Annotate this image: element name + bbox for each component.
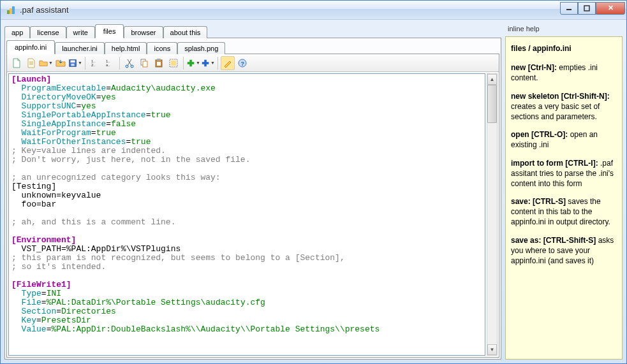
help-title: files / appinfo.ini bbox=[511, 43, 617, 54]
svg-point-13 bbox=[131, 65, 133, 68]
format2-button[interactable]: 1..a.. bbox=[103, 56, 117, 70]
svg-rect-20 bbox=[171, 61, 176, 66]
import-button[interactable] bbox=[54, 56, 68, 70]
main-tab-license[interactable]: license bbox=[30, 26, 66, 38]
app-icon bbox=[6, 5, 16, 15]
help-header: inline help bbox=[505, 24, 623, 36]
help-item: import to form [CTRL-I]: .paf assitant t… bbox=[511, 158, 617, 189]
file-tab-help-html[interactable]: help.html bbox=[105, 42, 147, 54]
main-tab-browser[interactable]: browser bbox=[124, 26, 163, 38]
svg-text:2..: 2.. bbox=[91, 63, 96, 67]
main-tab-content: appinfo.inilauncher.inihelp.htmliconsspl… bbox=[4, 38, 501, 360]
svg-rect-7 bbox=[71, 63, 74, 66]
paste-button[interactable] bbox=[152, 56, 166, 70]
app-window: .paf assistant ✕ applicensewritefilesbro… bbox=[0, 0, 627, 364]
main-tabs: applicensewritefilesbrowserabout this bbox=[4, 24, 501, 38]
new-file-button[interactable] bbox=[10, 56, 24, 70]
help-item: save as: [CTRL-Shift-S] asks you where t… bbox=[511, 235, 617, 266]
svg-rect-6 bbox=[71, 60, 75, 62]
help-panel: inline help files / appinfo.ini new [Ctr… bbox=[505, 24, 623, 360]
add-blue-button[interactable]: ▼ bbox=[201, 56, 215, 70]
svg-rect-4 bbox=[584, 6, 589, 11]
editor-wrap: [Launch] ProgramExecutable=Audacity\auda… bbox=[7, 72, 499, 357]
scroll-thumb[interactable] bbox=[487, 85, 497, 123]
scroll-track[interactable] bbox=[487, 85, 497, 344]
help-item: save: [CTRL-S] saves the content in this… bbox=[511, 196, 617, 228]
svg-rect-3 bbox=[566, 9, 572, 10]
help-button[interactable]: ? bbox=[235, 56, 249, 70]
content-area: applicensewritefilesbrowserabout this ap… bbox=[1, 20, 626, 363]
separator bbox=[85, 57, 85, 69]
separator bbox=[183, 57, 184, 69]
file-tab-content: ▼ ▼ 1..2.. 1..a.. ▼ ▼ bbox=[6, 54, 499, 358]
svg-rect-18 bbox=[157, 62, 161, 66]
svg-rect-1 bbox=[10, 8, 12, 14]
svg-rect-17 bbox=[157, 59, 161, 61]
window-controls: ✕ bbox=[560, 2, 625, 15]
main-panel: applicensewritefilesbrowserabout this ap… bbox=[4, 24, 501, 360]
cut-button[interactable] bbox=[122, 56, 136, 70]
svg-rect-0 bbox=[7, 10, 10, 14]
minimize-button[interactable] bbox=[560, 2, 578, 15]
select-all-button[interactable] bbox=[166, 56, 181, 70]
svg-text:a..: a.. bbox=[106, 63, 110, 67]
save-button[interactable]: ▼ bbox=[68, 56, 82, 70]
main-tab-about-this[interactable]: about this bbox=[163, 26, 208, 38]
add-green-button[interactable]: ▼ bbox=[186, 56, 200, 70]
scroll-up-button[interactable]: ▲ bbox=[487, 74, 497, 85]
svg-text:?: ? bbox=[241, 61, 245, 67]
main-tab-app[interactable]: app bbox=[4, 26, 30, 38]
file-tabs: appinfo.inilauncher.inihelp.htmliconsspl… bbox=[6, 40, 499, 54]
help-item: new skeleton [Ctrl-Shift-N]: creates a v… bbox=[511, 91, 617, 122]
scroll-down-button[interactable]: ▼ bbox=[487, 344, 497, 355]
copy-button[interactable] bbox=[137, 56, 151, 70]
help-item: new [Ctrl-N]: empties .ini content. bbox=[511, 62, 617, 83]
svg-point-12 bbox=[126, 65, 128, 68]
window-title: .paf assistant bbox=[20, 5, 560, 15]
help-body: files / appinfo.ini new [Ctrl-N]: emptie… bbox=[505, 36, 623, 360]
file-tab-launcher-ini[interactable]: launcher.ini bbox=[55, 42, 105, 54]
format1-button[interactable]: 1..2.. bbox=[88, 56, 102, 70]
highlight-button[interactable] bbox=[221, 56, 235, 70]
svg-rect-2 bbox=[12, 6, 15, 14]
new-skeleton-button[interactable] bbox=[24, 56, 38, 70]
svg-rect-15 bbox=[143, 61, 147, 67]
separator bbox=[119, 57, 120, 69]
open-button[interactable]: ▼ bbox=[39, 56, 53, 70]
vertical-scrollbar[interactable]: ▲ ▼ bbox=[487, 73, 498, 356]
code-editor[interactable]: [Launch] ProgramExecutable=Audacity\auda… bbox=[8, 73, 485, 356]
file-tab-appinfo-ini[interactable]: appinfo.ini bbox=[6, 40, 55, 54]
file-tab-splash-png[interactable]: splash.png bbox=[177, 42, 225, 54]
editor-toolbar: ▼ ▼ 1..2.. 1..a.. ▼ ▼ bbox=[7, 54, 499, 72]
titlebar: .paf assistant ✕ bbox=[1, 1, 626, 20]
main-tab-files[interactable]: files bbox=[95, 24, 124, 38]
file-tab-icons[interactable]: icons bbox=[147, 42, 177, 54]
help-item: open [CTRL-O]: open an existing .ini bbox=[511, 129, 617, 150]
separator bbox=[218, 57, 218, 69]
main-tab-write[interactable]: write bbox=[66, 26, 95, 38]
maximize-button[interactable] bbox=[578, 2, 596, 15]
close-button[interactable]: ✕ bbox=[596, 2, 625, 15]
